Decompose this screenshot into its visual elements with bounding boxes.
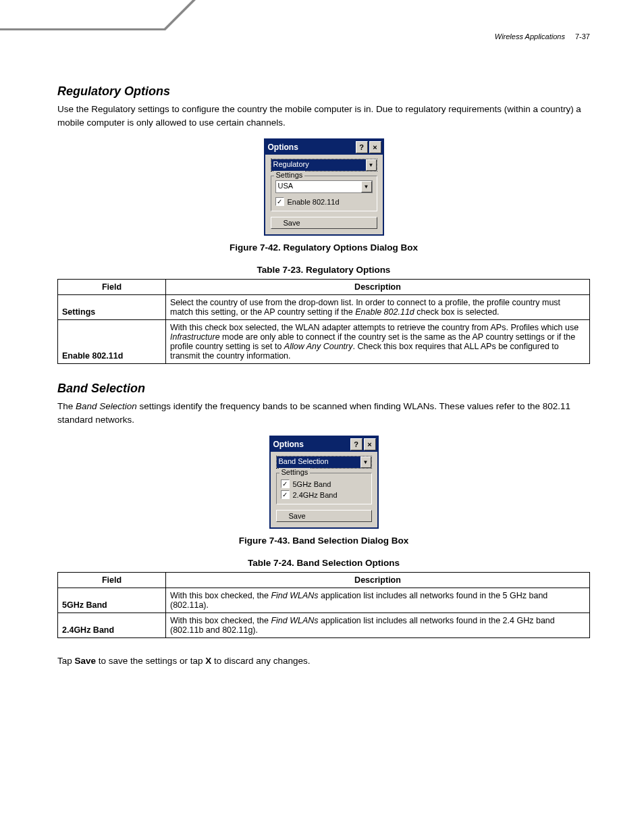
band-selection-dialog: Options ? × Band Selection ▼ Settings ✓ …: [269, 436, 379, 529]
page-number: 7-37: [575, 32, 590, 41]
heading-regulatory-options: Regulatory Options: [57, 84, 590, 99]
chapter-name: Wireless Applications: [495, 32, 565, 41]
save-button[interactable]: Save: [276, 510, 372, 522]
checkbox-label: Enable 802.11d: [288, 198, 340, 206]
5ghz-row: ✓ 5GHz Band: [281, 479, 367, 488]
running-header: Wireless Applications 7-37: [495, 32, 590, 41]
regulatory-paragraph: Use the Regulatory settings to configure…: [57, 103, 590, 129]
header-decoration: Wireless Applications 7-37: [57, 0, 590, 34]
dialog-titlebar: Options ? ×: [271, 437, 377, 452]
settings-fieldset: Settings ✓ 5GHz Band ✓ 2.4GHz Band: [276, 473, 372, 504]
chevron-down-icon[interactable]: ▼: [360, 457, 371, 468]
close-button[interactable]: ×: [364, 438, 376, 450]
desc-cell: Select the country of use from the drop-…: [166, 295, 590, 320]
table-row: 2.4GHz Band With this box checked, the F…: [58, 613, 590, 638]
field-cell: 5GHz Band: [58, 588, 166, 613]
th-field: Field: [58, 573, 166, 588]
figure-caption-7-43: Figure 7-43. Band Selection Dialog Box: [57, 536, 590, 546]
combo-value: USA: [276, 181, 361, 192]
final-paragraph: Tap Save to save the settings or tap X t…: [57, 656, 590, 666]
combo-value: Band Selection: [277, 457, 360, 468]
field-cell: Enable 802.11d: [58, 320, 166, 364]
field-cell: 2.4GHz Band: [58, 613, 166, 638]
checkbox-5ghz[interactable]: ✓: [281, 479, 290, 488]
regulatory-options-table: Field Description Settings Select the co…: [57, 279, 590, 364]
options-category-combo[interactable]: Band Selection ▼: [276, 456, 372, 469]
regulatory-dialog: Options ? × Regulatory ▼ Settings USA ▼ …: [264, 138, 384, 236]
desc-cell: With this box checked, the Find WLANs ap…: [166, 613, 590, 638]
desc-cell: With this check box selected, the WLAN a…: [166, 320, 590, 364]
table-row: 5GHz Band With this box checked, the Fin…: [58, 588, 590, 613]
dialog-titlebar: Options ? ×: [265, 140, 383, 155]
fieldset-legend: Settings: [274, 171, 305, 179]
table-row: Enable 802.11d With this check box selec…: [58, 320, 590, 364]
chevron-down-icon[interactable]: ▼: [366, 159, 377, 171]
options-category-combo[interactable]: Regulatory ▼: [271, 159, 377, 172]
heading-band-selection: Band Selection: [57, 382, 590, 396]
checkbox-label: 5GHz Band: [293, 480, 331, 488]
table-row: Settings Select the country of use from …: [58, 295, 590, 320]
checkbox-2-4ghz[interactable]: ✓: [281, 490, 290, 499]
dialog-title: Options: [273, 440, 349, 449]
table-caption-7-23: Table 7-23. Regulatory Options: [57, 265, 590, 275]
desc-cell: With this box checked, the Find WLANs ap…: [166, 588, 590, 613]
country-combo[interactable]: USA ▼: [275, 180, 373, 193]
th-description: Description: [166, 280, 590, 295]
help-button[interactable]: ?: [350, 438, 363, 450]
table-caption-7-24: Table 7-24. Band Selection Options: [57, 558, 590, 568]
dialog-title: Options: [268, 142, 354, 152]
close-button[interactable]: ×: [369, 141, 381, 153]
checkbox-label: 2.4GHz Band: [293, 491, 338, 499]
enable-80211d-row: ✓ Enable 802.11d: [275, 197, 373, 206]
band-paragraph: The Band Selection settings identify the…: [57, 400, 590, 426]
combo-value: Regulatory: [271, 159, 366, 171]
th-field: Field: [58, 280, 166, 295]
chevron-down-icon[interactable]: ▼: [361, 181, 372, 192]
2_4ghz-row: ✓ 2.4GHz Band: [281, 490, 367, 499]
help-button[interactable]: ?: [356, 141, 368, 153]
save-button[interactable]: Save: [271, 217, 377, 229]
field-cell: Settings: [58, 295, 166, 320]
settings-fieldset: Settings USA ▼ ✓ Enable 802.11d: [271, 176, 377, 211]
band-selection-table: Field Description 5GHz Band With this bo…: [57, 572, 590, 638]
fieldset-legend: Settings: [279, 468, 311, 476]
figure-caption-7-42: Figure 7-42. Regulatory Options Dialog B…: [57, 242, 590, 253]
checkbox-enable-80211d[interactable]: ✓: [275, 197, 284, 206]
th-description: Description: [166, 573, 590, 588]
